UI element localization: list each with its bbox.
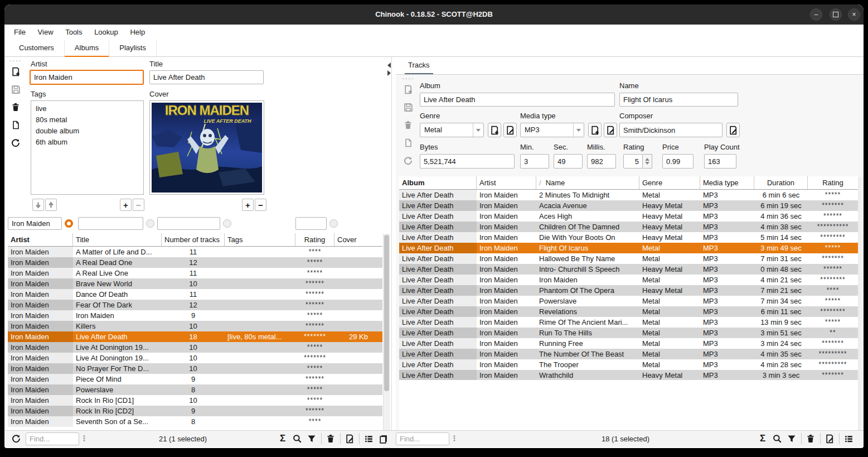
tags-list[interactable]: live80s metaldouble album6th album [31, 100, 144, 195]
albums-duplicate-view-button[interactable] [377, 432, 389, 445]
title-bar[interactable]: Chinook - 0.18.52 - SCOTT@H2DB – × [4, 4, 864, 25]
column-header-name[interactable]: /Name [536, 176, 639, 189]
tab-tracks[interactable]: Tracks [405, 57, 433, 74]
minimize-button[interactable]: – [810, 8, 822, 21]
genre-dropdown-button[interactable] [473, 123, 483, 137]
tag-move-up-button[interactable] [45, 199, 57, 211]
rating-spinner-buttons[interactable] [643, 154, 652, 169]
table-row[interactable]: Iron MaidenBrave New World10****** [8, 278, 382, 289]
tag-item[interactable]: double album [36, 126, 139, 137]
menu-help[interactable]: Help [125, 25, 150, 40]
name-field[interactable] [619, 93, 738, 107]
albums-find-input[interactable] [26, 432, 79, 445]
find-grip[interactable]: ••• [83, 435, 86, 441]
refresh-button[interactable] [9, 136, 22, 150]
table-row[interactable]: Live After DeathIron MaidenDie With Your… [399, 232, 858, 243]
tag-item[interactable]: 6th album [36, 137, 139, 148]
table-row[interactable]: Iron MaidenPowerslave8***** [8, 384, 382, 395]
column-header-cover[interactable]: Cover [334, 233, 382, 246]
filter-rating-input[interactable] [295, 217, 327, 230]
tab-playlists[interactable]: Playlists [109, 40, 157, 56]
table-row[interactable]: Live After DeathIron MaidenThe Number Of… [399, 349, 858, 359]
filter-artist-input[interactable] [8, 217, 62, 230]
tab-customers[interactable]: Customers [9, 40, 65, 56]
splitter-collapse-left-icon[interactable] [387, 62, 391, 68]
table-row[interactable]: Live After DeathIron MaidenRime Of The A… [399, 317, 858, 328]
save-button[interactable] [9, 83, 22, 96]
filter-tracks-input[interactable] [157, 217, 220, 230]
column-header-duration[interactable]: Duration [754, 176, 808, 189]
table-row[interactable]: Iron MaidenRock In Rio [CD2]9****** [8, 406, 382, 416]
tracks-toolbar-grip[interactable]: ···· [403, 76, 414, 82]
rating-spinner[interactable] [623, 154, 643, 169]
tracks-aggregate-button[interactable]: Σ [757, 432, 769, 445]
artist-field[interactable] [30, 70, 144, 85]
splitter-collapse-right-icon[interactable] [387, 70, 391, 76]
albums-scrollbar[interactable] [383, 234, 390, 448]
tracks-scrollbar[interactable] [859, 177, 864, 430]
table-row[interactable]: Live After DeathIron MaidenThe TrooperMe… [399, 359, 858, 370]
albums-scrollbar-thumb[interactable] [384, 235, 389, 391]
genre-combobox[interactable]: Metal [420, 123, 484, 137]
column-header-artist[interactable]: Artist [8, 233, 73, 246]
tag-remove-button[interactable]: − [133, 199, 144, 211]
table-row[interactable]: Live After DeathIron MaidenIntro- Church… [399, 264, 858, 275]
tracks-copy-record-button[interactable] [401, 136, 415, 150]
min-field[interactable] [520, 154, 549, 169]
table-row[interactable]: Live After DeathIron MaidenRevelationsMe… [399, 306, 858, 317]
tag-item[interactable]: 80s metal [36, 114, 139, 126]
table-row[interactable]: Live After DeathIron MaidenFlight Of Ica… [399, 243, 858, 253]
price-field[interactable] [662, 154, 694, 169]
play-count-field[interactable] [704, 154, 736, 169]
table-row[interactable]: Iron MaidenRock In Rio [CD1]10***** [8, 395, 382, 406]
table-row[interactable]: Iron MaidenKillers10****** [8, 321, 382, 331]
composer-field[interactable] [619, 123, 722, 137]
table-row[interactable]: Live After DeathIron MaidenWrathchildHea… [399, 370, 858, 381]
table-row[interactable]: Live After DeathIron MaidenIron MaidenMe… [399, 275, 858, 285]
media-type-combobox[interactable]: MP3 [520, 123, 584, 137]
menu-view[interactable]: View [33, 25, 59, 40]
maximize-button[interactable] [830, 8, 842, 21]
albums-aggregate-button[interactable]: Σ [277, 432, 289, 445]
column-header-title[interactable]: Title [73, 233, 162, 246]
tracks-search-button[interactable] [771, 432, 783, 445]
find-grip[interactable]: ••• [453, 435, 456, 441]
table-row[interactable]: Iron MaidenDance Of Death11****** [8, 289, 382, 300]
filter-title-radio[interactable] [146, 219, 154, 228]
tracks-delete-button[interactable] [804, 432, 817, 445]
tracks-filter-button[interactable] [785, 432, 798, 445]
column-header-tracks[interactable]: Number of tracks [162, 233, 225, 246]
menu-file[interactable]: File [9, 25, 31, 40]
table-row[interactable]: Iron MaidenSeventh Son of a Se...8**** [8, 416, 382, 427]
column-header-media[interactable]: Media type [700, 176, 754, 189]
delete-record-button[interactable] [9, 100, 22, 114]
column-header-artist[interactable]: Artist [477, 176, 536, 189]
copy-record-button[interactable] [9, 118, 22, 132]
toolbar-grip[interactable]: ···· [10, 58, 22, 64]
column-header-genre[interactable]: Genre [639, 176, 700, 189]
tracks-save-button[interactable] [401, 100, 415, 114]
genre-add-button[interactable] [488, 123, 501, 137]
media-type-dropdown-button[interactable] [573, 123, 584, 137]
bytes-field[interactable] [420, 154, 515, 169]
add-record-button[interactable] [9, 65, 22, 78]
genre-edit-button[interactable] [503, 123, 517, 137]
table-row[interactable]: Live After DeathIron MaidenAces HighHeav… [399, 211, 858, 222]
table-row[interactable]: Live After DeathIron MaidenAcacia Avenue… [399, 200, 858, 211]
table-row[interactable]: Iron MaidenNo Prayer For The D...10***** [8, 363, 382, 374]
table-row[interactable]: Live After DeathIron MaidenPhantom Of Th… [399, 285, 858, 296]
table-row[interactable]: Iron MaidenFear Of The Dark12****** [8, 300, 382, 310]
table-row[interactable]: Live After DeathIron MaidenChildren Of T… [399, 222, 858, 232]
table-row[interactable]: Live After DeathIron MaidenRun To The Hi… [399, 328, 858, 338]
table-row[interactable]: Live After DeathIron MaidenPowerslaveMet… [399, 296, 858, 306]
table-row[interactable]: Live After DeathIron Maiden2 Minutes To … [399, 190, 858, 200]
table-row[interactable]: Iron MaidenA Matter of Life and D...11**… [8, 247, 382, 257]
tracks-add-record-button[interactable] [401, 83, 415, 96]
filter-artist-radio[interactable] [65, 219, 73, 228]
table-row[interactable]: Live After DeathIron MaidenHallowed Be T… [399, 253, 858, 264]
millis-field[interactable] [587, 154, 616, 169]
tag-move-down-button[interactable] [32, 199, 44, 211]
table-row[interactable]: Live After DeathIron MaidenRunning FreeM… [399, 338, 858, 349]
table-row[interactable]: Iron MaidenA Real Dead One12***** [8, 257, 382, 268]
cover-add-button[interactable]: + [242, 199, 254, 211]
